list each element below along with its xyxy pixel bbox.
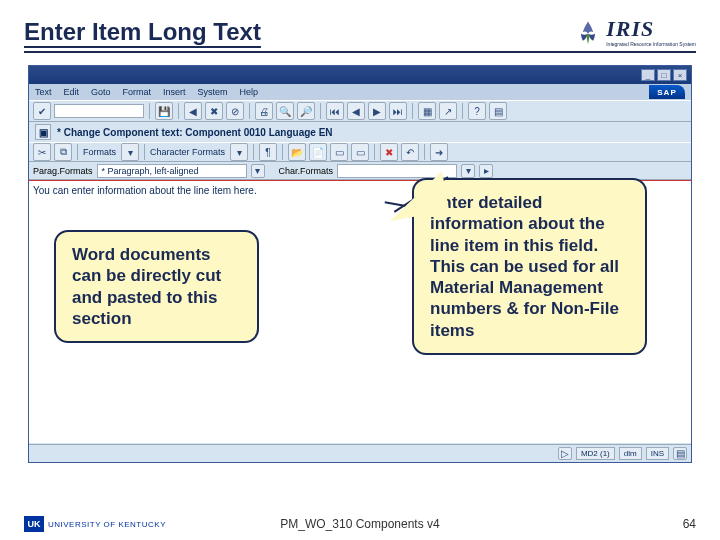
close-icon[interactable]: × xyxy=(673,69,687,81)
maximize-icon[interactable]: □ xyxy=(657,69,671,81)
screen-title-bar: ▣ * Change Component text: Component 001… xyxy=(29,122,691,142)
check-icon[interactable]: ✔ xyxy=(33,102,51,120)
copy-icon[interactable]: ⧉ xyxy=(54,143,72,161)
iris-logo: IRIS Integrated Resource Information Sys… xyxy=(574,16,696,47)
menu-item[interactable]: Insert xyxy=(163,87,186,97)
save-icon[interactable]: 💾 xyxy=(155,102,173,120)
menu-bar: Text Edit Goto Format Insert System Help… xyxy=(29,84,691,100)
char-formats-label: Character Formats xyxy=(150,147,225,157)
status-client: dlm xyxy=(619,447,642,460)
slide-footer: UK UNIVERSITY OF KENTUCKY PM_WO_310 Comp… xyxy=(0,516,720,532)
undo-icon[interactable]: ↶ xyxy=(401,143,419,161)
layout-icon[interactable]: ▤ xyxy=(489,102,507,120)
dropdown-icon[interactable]: ▾ xyxy=(461,164,475,178)
window-titlebar: _ □ × xyxy=(29,66,691,84)
load-icon[interactable]: 📂 xyxy=(288,143,306,161)
uk-box: UK xyxy=(24,516,44,532)
footer-title: PM_WO_310 Components v4 xyxy=(280,517,439,531)
screen-title: * Change Component text: Component 0010 … xyxy=(57,127,333,138)
minimize-icon[interactable]: _ xyxy=(641,69,655,81)
exit-icon[interactable]: ✖ xyxy=(205,102,223,120)
menu-item[interactable]: Help xyxy=(240,87,259,97)
apply-icon[interactable]: ▸ xyxy=(479,164,493,178)
iris-flower-icon xyxy=(574,18,602,46)
char-formats-label: Char.Formats xyxy=(279,166,334,176)
dropdown-icon[interactable]: ▾ xyxy=(121,143,139,161)
callout-paste: Word documents can be directly cut and p… xyxy=(54,230,259,343)
formatting-toolbar: ✂ ⧉ Formats ▾ Character Formats ▾ ¶ 📂 📄 … xyxy=(29,142,691,162)
layout-menu-icon[interactable]: ▤ xyxy=(673,447,687,460)
status-bar: ▷ MD2 (1) dlm INS ▤ xyxy=(29,444,691,462)
page-title: Enter Item Long Text xyxy=(24,18,261,46)
print-icon[interactable]: 🖨 xyxy=(255,102,273,120)
uk-logo: UK UNIVERSITY OF KENTUCKY xyxy=(24,516,166,532)
status-system: MD2 (1) xyxy=(576,447,615,460)
page-icon[interactable]: 📄 xyxy=(309,143,327,161)
uk-text: UNIVERSITY OF KENTUCKY xyxy=(48,520,166,529)
message-icon[interactable]: ▷ xyxy=(558,447,572,460)
command-field[interactable] xyxy=(54,104,144,118)
next-page-icon[interactable]: ▶ xyxy=(368,102,386,120)
prev-page-icon[interactable]: ◀ xyxy=(347,102,365,120)
formats-label: Formats xyxy=(83,147,116,157)
parag-formats-select[interactable]: * Paragraph, left-aligned xyxy=(97,164,247,178)
help-icon[interactable]: ? xyxy=(468,102,486,120)
last-page-icon[interactable]: ⏭ xyxy=(389,102,407,120)
insert-icon[interactable]: ▭ xyxy=(330,143,348,161)
goto-icon[interactable]: ➜ xyxy=(430,143,448,161)
delete-icon[interactable]: ✖ xyxy=(380,143,398,161)
insert-icon[interactable]: ▭ xyxy=(351,143,369,161)
back-icon[interactable]: ◀ xyxy=(184,102,202,120)
menu-item[interactable]: Format xyxy=(123,87,152,97)
menu-item[interactable]: Text xyxy=(35,87,52,97)
standard-toolbar: ✔ 💾 ◀ ✖ ⊘ 🖨 🔍 🔎 ⏮ ◀ ▶ ⏭ ▦ ↗ ? ▤ xyxy=(29,100,691,122)
find-icon[interactable]: 🔍 xyxy=(276,102,294,120)
iris-label: IRIS xyxy=(606,16,696,42)
dropdown-icon[interactable]: ▾ xyxy=(230,143,248,161)
parag-formats-label: Parag.Formats xyxy=(33,166,93,176)
callout-detail: Enter detailed information about the lin… xyxy=(412,178,647,355)
new-session-icon[interactable]: ▦ xyxy=(418,102,436,120)
first-page-icon[interactable]: ⏮ xyxy=(326,102,344,120)
iris-sublabel: Integrated Resource Information System xyxy=(606,42,696,47)
menu-item[interactable]: System xyxy=(198,87,228,97)
page-number: 64 xyxy=(683,517,696,531)
menu-item[interactable]: Goto xyxy=(91,87,111,97)
paragraph-icon[interactable]: ¶ xyxy=(259,143,277,161)
menu-item[interactable]: Edit xyxy=(64,87,80,97)
mode-icon[interactable]: ▣ xyxy=(35,124,51,140)
sap-logo: SAP xyxy=(649,85,685,99)
cancel-icon[interactable]: ⊘ xyxy=(226,102,244,120)
title-divider xyxy=(24,51,696,53)
cut-icon[interactable]: ✂ xyxy=(33,143,51,161)
shortcut-icon[interactable]: ↗ xyxy=(439,102,457,120)
dropdown-icon[interactable]: ▾ xyxy=(251,164,265,178)
find-next-icon[interactable]: 🔎 xyxy=(297,102,315,120)
status-mode: INS xyxy=(646,447,669,460)
